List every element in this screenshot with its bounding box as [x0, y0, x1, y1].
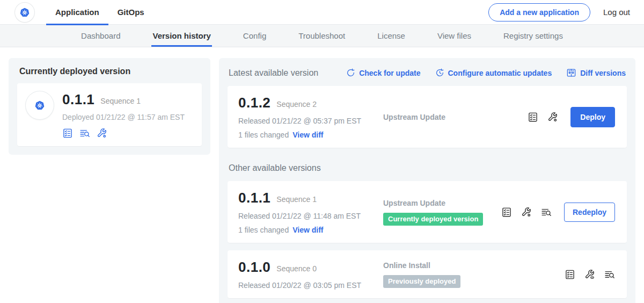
redeploy-button[interactable]: Redeploy — [564, 203, 615, 222]
version-number: 0.1.0 — [238, 259, 270, 276]
version-number: 0.1.1 — [238, 190, 270, 206]
edit-config-icon[interactable] — [521, 207, 532, 218]
version-row-0-1-0: 0.1.0 Sequence 0 Released 01/20/22 @ 03:… — [228, 250, 627, 298]
check-for-update-link[interactable]: Check for update — [346, 68, 420, 77]
version-number: 0.1.2 — [238, 95, 270, 111]
header-tabs: Application GitOps — [46, 0, 153, 25]
version-row-0-1-2: 0.1.2 Sequence 2 Released 01/21/22 @ 05:… — [228, 86, 627, 148]
currently-deployed-panel: Currently deployed version 0.1.1 Sequenc… — [9, 58, 210, 155]
preflight-checks-icon[interactable] — [62, 128, 73, 139]
main-content: Currently deployed version 0.1.1 Sequenc… — [0, 47, 644, 303]
available-versions-panel: Latest available version Check for updat… — [219, 58, 635, 303]
released-timestamp: Released 01/21/22 @ 05:37 pm EST — [238, 117, 374, 125]
subnav-item-dashboard[interactable]: Dashboard — [81, 25, 120, 47]
deployed-sequence-label: Sequence 1 — [100, 95, 141, 105]
previously-deployed-badge: Previously deployed — [383, 275, 460, 288]
sequence-label: Sequence 2 — [276, 98, 317, 109]
view-logs-icon[interactable] — [604, 269, 615, 280]
schedule-update-icon — [435, 68, 444, 77]
app-header: Application GitOps Add a new application… — [0, 0, 644, 25]
kubernetes-icon — [19, 7, 30, 18]
version-source-label: Upstream Update — [383, 199, 501, 207]
diff-versions-label: Diff versions — [580, 69, 626, 77]
version-source-label: Upstream Update — [383, 113, 528, 121]
edit-config-icon[interactable] — [97, 128, 107, 139]
preflight-checks-icon[interactable] — [501, 207, 512, 218]
check-for-update-label: Check for update — [359, 69, 420, 77]
logout-button[interactable]: Log out — [603, 8, 630, 17]
app-avatar — [26, 91, 54, 119]
edit-config-icon[interactable] — [547, 112, 558, 122]
released-timestamp: Released 01/21/22 @ 11:48 am EST — [238, 212, 374, 220]
deploy-button[interactable]: Deploy — [570, 107, 615, 127]
available-panel-title: Latest available version — [229, 68, 318, 78]
subnav-item-license[interactable]: License — [377, 25, 405, 47]
sequence-label: Sequence 1 — [276, 193, 317, 204]
released-timestamp: Released 01/20/22 @ 03:05 pm EST — [238, 281, 374, 290]
app-subnav: Dashboard Version history Config Trouble… — [0, 25, 644, 47]
currently-deployed-badge: Currently deployed version — [383, 213, 483, 226]
configure-automatic-updates-label: Configure automatic updates — [448, 69, 552, 77]
add-application-button[interactable]: Add a new application — [488, 3, 590, 21]
files-changed-label: 1 files changed — [238, 131, 289, 139]
diff-versions-link[interactable]: Diff versions — [566, 68, 626, 78]
other-versions-title: Other available versions — [229, 163, 626, 173]
view-config-icon[interactable] — [584, 269, 595, 280]
diff-icon — [566, 68, 576, 78]
header-right: Add a new application Log out — [488, 3, 630, 21]
view-logs-icon[interactable] — [541, 207, 552, 218]
deployed-panel-title: Currently deployed version — [17, 67, 202, 76]
version-source-label: Online Install — [383, 261, 565, 270]
subnav-item-version-history[interactable]: Version history — [152, 25, 210, 47]
app-logo — [15, 3, 34, 22]
deployed-version-card: 0.1.1 Sequence 1 Deployed 01/21/22 @ 11:… — [17, 83, 202, 146]
tab-application[interactable]: Application — [46, 0, 108, 25]
version-row-0-1-1: 0.1.1 Sequence 1 Released 01/21/22 @ 11:… — [228, 181, 627, 243]
view-logs-icon[interactable] — [79, 128, 90, 139]
panel-actions: Check for update Configure automatic upd… — [346, 68, 626, 78]
deployed-version-number: 0.1.1 — [62, 91, 94, 108]
sequence-label: Sequence 0 — [276, 262, 317, 273]
deployed-timestamp: Deployed 01/21/22 @ 11:57 am EST — [62, 113, 185, 121]
kubernetes-icon — [34, 100, 45, 111]
view-diff-link[interactable]: View diff — [292, 131, 323, 139]
files-changed-label: 1 files changed — [238, 226, 289, 234]
tab-gitops[interactable]: GitOps — [108, 0, 153, 25]
refresh-icon — [346, 68, 355, 77]
subnav-item-view-files[interactable]: View files — [437, 25, 471, 47]
subnav-item-registry-settings[interactable]: Registry settings — [503, 25, 563, 47]
subnav-item-troubleshoot[interactable]: Troubleshoot — [298, 25, 345, 47]
preflight-checks-icon[interactable] — [528, 112, 538, 122]
configure-automatic-updates-link[interactable]: Configure automatic updates — [435, 68, 552, 77]
view-diff-link[interactable]: View diff — [292, 226, 323, 234]
preflight-checks-icon[interactable] — [565, 269, 575, 280]
subnav-item-config[interactable]: Config — [243, 25, 266, 47]
